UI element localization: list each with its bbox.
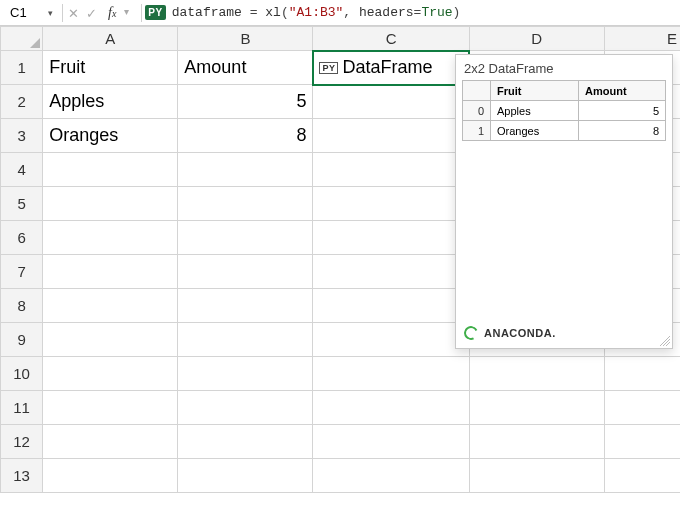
row-header-8[interactable]: 8 (1, 289, 43, 323)
cell-B3[interactable]: 8 (178, 119, 313, 153)
python-badge-icon: PY (145, 5, 165, 20)
cell-C11[interactable] (313, 391, 469, 425)
cell-E11[interactable] (604, 391, 680, 425)
mini-cell-fruit: Oranges (491, 121, 579, 141)
cell-B11[interactable] (178, 391, 313, 425)
row-header-1[interactable]: 1 (1, 51, 43, 85)
cell-B12[interactable] (178, 425, 313, 459)
resize-grip-icon[interactable] (660, 336, 670, 346)
cell-C2[interactable] (313, 85, 469, 119)
row-header-6[interactable]: 6 (1, 221, 43, 255)
dataframe-preview-table: Fruit Amount 0 Apples 5 1 Oranges 8 (462, 80, 666, 141)
cell-A8[interactable] (43, 289, 178, 323)
cell-B1[interactable]: Amount (178, 51, 313, 85)
col-header-E[interactable]: E (604, 27, 680, 51)
fx-icon[interactable]: fx (108, 5, 116, 21)
cell-D13[interactable] (469, 459, 604, 493)
row-header-9[interactable]: 9 (1, 323, 43, 357)
row-header-4[interactable]: 4 (1, 153, 43, 187)
mini-row: 1 Oranges 8 (463, 121, 666, 141)
cell-A1[interactable]: Fruit (43, 51, 178, 85)
cell-C6[interactable] (313, 221, 469, 255)
separator (141, 4, 142, 22)
mini-col-amount: Amount (579, 81, 666, 101)
dataframe-preview-card[interactable]: 2x2 DataFrame Fruit Amount 0 Apples 5 1 … (455, 54, 673, 349)
col-header-A[interactable]: A (43, 27, 178, 51)
cell-C12[interactable] (313, 425, 469, 459)
cell-D12[interactable] (469, 425, 604, 459)
cell-A12[interactable] (43, 425, 178, 459)
cell-A9[interactable] (43, 323, 178, 357)
enter-icon[interactable]: ✓ (86, 6, 100, 20)
mini-cell-amount: 5 (579, 101, 666, 121)
mini-cell-amount: 8 (579, 121, 666, 141)
python-chip-icon: PY (319, 62, 338, 74)
cell-C4[interactable] (313, 153, 469, 187)
cell-A7[interactable] (43, 255, 178, 289)
cell-B6[interactable] (178, 221, 313, 255)
mini-idx: 0 (463, 101, 491, 121)
cell-C9[interactable] (313, 323, 469, 357)
cell-B10[interactable] (178, 357, 313, 391)
cell-E13[interactable] (604, 459, 680, 493)
row-header-11[interactable]: 11 (1, 391, 43, 425)
mini-idx: 1 (463, 121, 491, 141)
formula-bar-icons: ✕ ✓ fx ▾ (68, 5, 138, 21)
cell-A13[interactable] (43, 459, 178, 493)
chevron-down-icon[interactable]: ▾ (48, 3, 53, 23)
row-header-2[interactable]: 2 (1, 85, 43, 119)
cell-A10[interactable] (43, 357, 178, 391)
cell-C10[interactable] (313, 357, 469, 391)
cell-B8[interactable] (178, 289, 313, 323)
cell-C7[interactable] (313, 255, 469, 289)
name-box[interactable]: C1 ▾ (4, 3, 59, 23)
cell-A3[interactable]: Oranges (43, 119, 178, 153)
row-header-10[interactable]: 10 (1, 357, 43, 391)
formula-input[interactable]: dataframe = xl("A1:B3", headers=True) (172, 5, 461, 20)
name-box-value: C1 (10, 3, 27, 23)
row-header-13[interactable]: 13 (1, 459, 43, 493)
col-header-D[interactable]: D (469, 27, 604, 51)
cell-A4[interactable] (43, 153, 178, 187)
cell-A2[interactable]: Apples (43, 85, 178, 119)
row-header-3[interactable]: 3 (1, 119, 43, 153)
cell-A6[interactable] (43, 221, 178, 255)
cell-B2[interactable]: 5 (178, 85, 313, 119)
row-header-5[interactable]: 5 (1, 187, 43, 221)
cancel-icon[interactable]: ✕ (68, 6, 82, 20)
mini-cell-fruit: Apples (491, 101, 579, 121)
col-header-B[interactable]: B (178, 27, 313, 51)
anaconda-brand-text: ANACONDA. (484, 327, 556, 339)
card-footer: ANACONDA. (462, 322, 666, 344)
cell-D10[interactable] (469, 357, 604, 391)
cell-C1-value: DataFrame (342, 57, 432, 78)
cell-A11[interactable] (43, 391, 178, 425)
cell-B7[interactable] (178, 255, 313, 289)
cell-B9[interactable] (178, 323, 313, 357)
mini-row: 0 Apples 5 (463, 101, 666, 121)
col-header-C[interactable]: C (313, 27, 469, 51)
dropdown-icon[interactable]: ▾ (124, 6, 138, 20)
mini-col-fruit: Fruit (491, 81, 579, 101)
separator (62, 4, 63, 22)
formula-bar: C1 ▾ ✕ ✓ fx ▾ PY dataframe = xl("A1:B3",… (0, 0, 680, 26)
cell-C8[interactable] (313, 289, 469, 323)
select-all-icon (30, 38, 40, 48)
card-title: 2x2 DataFrame (464, 61, 666, 76)
spreadsheet-grid[interactable]: A B C D E 1 Fruit Amount PY DataFrame 2 … (0, 26, 680, 493)
cell-E10[interactable] (604, 357, 680, 391)
cell-B4[interactable] (178, 153, 313, 187)
select-all-corner[interactable] (1, 27, 43, 51)
cell-C13[interactable] (313, 459, 469, 493)
cell-A5[interactable] (43, 187, 178, 221)
row-header-12[interactable]: 12 (1, 425, 43, 459)
row-header-7[interactable]: 7 (1, 255, 43, 289)
cell-C1[interactable]: PY DataFrame (313, 51, 469, 85)
cell-B13[interactable] (178, 459, 313, 493)
anaconda-logo-icon (462, 324, 480, 342)
cell-C5[interactable] (313, 187, 469, 221)
cell-B5[interactable] (178, 187, 313, 221)
cell-D11[interactable] (469, 391, 604, 425)
cell-E12[interactable] (604, 425, 680, 459)
cell-C3[interactable] (313, 119, 469, 153)
